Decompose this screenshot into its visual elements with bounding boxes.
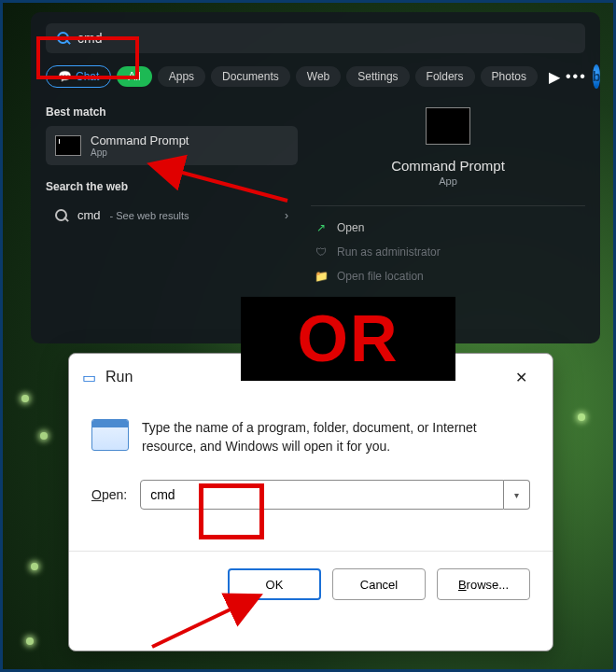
search-icon (57, 32, 70, 45)
tab-chat[interactable]: 💬 Chat (46, 65, 111, 88)
open-input[interactable] (140, 480, 504, 510)
open-icon: ↗ (315, 221, 328, 234)
tab-folders[interactable]: Folders (415, 66, 475, 87)
tab-apps[interactable]: Apps (158, 66, 205, 87)
web-hint: - See web results (110, 210, 189, 221)
tab-label: Chat (76, 70, 99, 83)
tab-documents[interactable]: Documents (211, 66, 290, 87)
search-icon (55, 209, 68, 222)
best-match-result[interactable]: Command Prompt App (46, 126, 298, 165)
best-match-subtitle: App (91, 147, 189, 158)
open-dropdown[interactable]: ▾ (504, 480, 530, 510)
bing-icon[interactable]: b (593, 64, 601, 89)
web-result-row[interactable]: cmd - See web results › (46, 201, 298, 230)
search-web-heading: Search the web (46, 180, 298, 193)
tab-all[interactable]: All (117, 66, 151, 87)
action-label: Run as administrator (337, 245, 441, 259)
bg-glow (26, 637, 34, 645)
search-input[interactable] (77, 31, 574, 46)
tab-settings[interactable]: Settings (346, 66, 409, 87)
action-open-location[interactable]: 📁 Open file location (311, 264, 585, 288)
bg-glow (40, 432, 48, 440)
bg-glow (578, 413, 585, 421)
close-button[interactable]: ✕ (502, 363, 539, 391)
run-dialog-icon: ▭ (82, 369, 96, 386)
detail-subtitle: App (439, 175, 457, 187)
action-open[interactable]: ↗ Open (311, 216, 585, 240)
tabs-row: 💬 Chat All Apps Documents Web Settings F… (46, 64, 585, 89)
search-box[interactable] (46, 23, 585, 53)
open-label: Open: (91, 487, 127, 502)
action-label: Open file location (337, 270, 424, 283)
cmd-icon (55, 135, 81, 156)
or-label: OR (241, 297, 455, 381)
best-match-title: Command Prompt (91, 133, 189, 147)
detail-title: Command Prompt (391, 158, 505, 174)
close-icon: ✕ (515, 369, 527, 386)
chevron-down-icon: ▾ (514, 490, 519, 500)
bg-glow (31, 563, 38, 570)
chevron-right-icon: › (285, 209, 288, 222)
shield-icon: 🛡 (315, 245, 328, 259)
more-icon[interactable]: ••• (566, 68, 587, 85)
tab-photos[interactable]: Photos (481, 66, 538, 87)
action-run-admin[interactable]: 🛡 Run as administrator (311, 240, 585, 264)
run-dialog: ▭ Run ✕ Type the name of a program, fold… (68, 353, 553, 651)
windows-search-panel: 💬 Chat All Apps Documents Web Settings F… (31, 12, 600, 343)
folder-icon: 📁 (315, 270, 328, 283)
play-icon[interactable]: ▶ (549, 68, 560, 86)
browse-button[interactable]: Browse... (437, 568, 530, 600)
detail-app-icon (426, 107, 470, 145)
action-label: Open (337, 221, 364, 234)
ok-button[interactable]: OK (228, 568, 321, 600)
run-title-text: Run (105, 369, 133, 385)
bg-glow (21, 395, 29, 402)
tab-web[interactable]: Web (296, 66, 341, 87)
best-match-heading: Best match (46, 105, 298, 119)
run-hint-icon (91, 419, 129, 451)
run-hint-text: Type the name of a program, folder, docu… (142, 419, 530, 455)
cancel-button[interactable]: Cancel (332, 568, 426, 600)
chat-icon: 💬 (58, 70, 72, 83)
web-query: cmd (77, 208, 101, 222)
